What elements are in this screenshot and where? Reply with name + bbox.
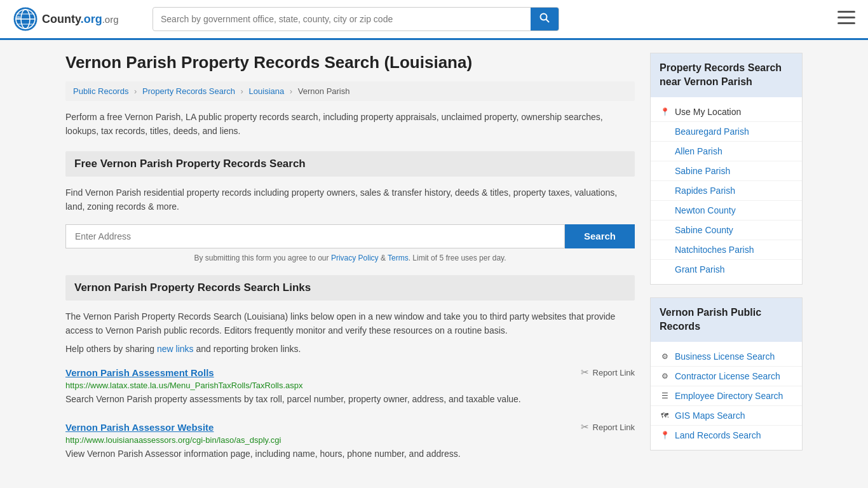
links-section-desc: The Vernon Parish Property Records Searc…	[65, 309, 635, 338]
record-title-row-1: Vernon Parish Assessment Rolls ✂ Report …	[65, 367, 635, 378]
list-icon: ☰	[660, 391, 670, 400]
gear-icon-1: ⚙	[660, 352, 670, 361]
contractor-license-search-link[interactable]: ⚙ Contractor License Search	[651, 367, 802, 386]
breadcrumb-property-records-search[interactable]: Property Records Search	[142, 86, 235, 96]
nearby-box: Property Records Search near Vernon Pari…	[650, 53, 803, 285]
breadcrumb-public-records[interactable]: Public Records	[73, 86, 128, 96]
business-license-label: Business License Search	[675, 351, 775, 362]
record-url-2: http://www.louisianaassessors.org/cgi-bi…	[65, 435, 635, 445]
breadcrumb-sep-3: ›	[290, 86, 292, 96]
record-title-2[interactable]: Vernon Parish Assessor Website	[65, 422, 214, 433]
address-input[interactable]	[65, 224, 565, 248]
free-search-desc: Find Vernon Parish residential property …	[65, 186, 635, 214]
global-search-bar	[153, 7, 559, 31]
nearby-heading: Property Records Search near Vernon Pari…	[651, 53, 802, 97]
gis-maps-label: GIS Maps Search	[675, 410, 745, 421]
nearby-natchitoches-parish[interactable]: Natchitoches Parish	[651, 240, 802, 260]
svg-rect-11	[837, 22, 855, 24]
report-link-2[interactable]: ✂ Report Link	[581, 421, 635, 433]
record-entry-1: Vernon Parish Assessment Rolls ✂ Report …	[65, 367, 635, 406]
privacy-policy-link[interactable]: Privacy Policy	[331, 254, 379, 262]
svg-rect-10	[837, 17, 855, 18]
site-header: County.org.org	[0, 0, 868, 40]
land-records-label: Land Records Search	[675, 430, 761, 440]
svg-point-7	[541, 14, 547, 20]
nearby-sabine-county[interactable]: Sabine County	[651, 220, 802, 240]
land-icon: 📍	[660, 431, 670, 440]
land-records-search-link[interactable]: 📍 Land Records Search	[651, 426, 802, 445]
nearby-label-5: Newton County	[675, 205, 736, 215]
svg-point-6	[17, 16, 20, 20]
content-area: Vernon Parish Property Records Search (L…	[65, 53, 635, 476]
nearby-label-6: Sabine County	[675, 225, 733, 235]
global-search-button[interactable]	[531, 8, 559, 30]
svg-line-8	[546, 20, 550, 23]
nearby-label-1: Beauregard Parish	[675, 126, 749, 137]
location-pin-icon: 📍	[660, 107, 670, 116]
breadcrumb-sep-2: ›	[241, 86, 243, 96]
public-records-content: ⚙ Business License Search ⚙ Contractor L…	[651, 342, 802, 450]
nearby-newton-county[interactable]: Newton County	[651, 201, 802, 220]
global-search-input[interactable]	[153, 9, 531, 29]
record-desc-1: Search Vernon Parish property assessment…	[65, 393, 635, 406]
svg-rect-9	[837, 11, 855, 13]
nearby-label-7: Natchitoches Parish	[675, 245, 754, 255]
form-disclaimer: By submitting this form you agree to our…	[65, 254, 635, 262]
record-title-1[interactable]: Vernon Parish Assessment Rolls	[65, 367, 214, 378]
record-entry-2: Vernon Parish Assessor Website ✂ Report …	[65, 421, 635, 461]
record-url-1: https://www.latax.state.la.us/Menu_Paris…	[65, 381, 635, 390]
breadcrumb-louisiana[interactable]: Louisiana	[249, 86, 285, 96]
nearby-allen-parish[interactable]: Allen Parish	[651, 142, 802, 161]
breadcrumb-current: Vernon Parish	[298, 86, 350, 96]
breadcrumb: Public Records › Property Records Search…	[65, 81, 635, 101]
nearby-content: 📍 Use My Location Beauregard Parish Alle…	[651, 97, 802, 284]
employee-directory-search-link[interactable]: ☰ Employee Directory Search	[651, 386, 802, 406]
search-button[interactable]: Search	[565, 224, 635, 248]
map-icon: 🗺	[660, 411, 670, 420]
address-form: Search	[65, 224, 635, 248]
terms-link[interactable]: Terms	[388, 254, 409, 262]
business-license-search-link[interactable]: ⚙ Business License Search	[651, 347, 802, 367]
share-links-text: Help others by sharing new links and rep…	[65, 344, 635, 354]
main-container: Vernon Parish Property Records Search (L…	[53, 53, 815, 476]
report-link-1[interactable]: ✂ Report Link	[581, 367, 635, 378]
report-icon-1: ✂	[581, 367, 589, 378]
sidebar: Property Records Search near Vernon Pari…	[650, 53, 803, 476]
use-my-location-label: Use My Location	[675, 107, 741, 117]
report-link-label-2: Report Link	[593, 423, 635, 432]
nearby-grant-parish[interactable]: Grant Parish	[651, 260, 802, 279]
nearby-label-4: Rapides Parish	[675, 186, 735, 196]
gear-icon-2: ⚙	[660, 372, 670, 381]
page-title: Vernon Parish Property Records Search (L…	[65, 53, 635, 72]
logo-text: County.org.org	[42, 13, 119, 26]
use-my-location-link[interactable]: 📍 Use My Location	[651, 102, 802, 122]
nearby-label-2: Allen Parish	[675, 146, 722, 156]
intro-text: Perform a free Vernon Parish, LA public …	[65, 110, 635, 139]
logo-area: County.org.org	[13, 6, 140, 32]
record-title-row-2: Vernon Parish Assessor Website ✂ Report …	[65, 421, 635, 433]
hamburger-menu-icon[interactable]	[837, 11, 855, 27]
gis-maps-search-link[interactable]: 🗺 GIS Maps Search	[651, 406, 802, 426]
nearby-label-3: Sabine Parish	[675, 166, 730, 176]
nearby-sabine-parish[interactable]: Sabine Parish	[651, 161, 802, 181]
record-desc-2: View Vernon Parish Assessor information …	[65, 447, 635, 461]
new-links-link[interactable]: new links	[157, 344, 194, 354]
public-records-box: Vernon Parish Public Records ⚙ Business …	[650, 297, 803, 451]
breadcrumb-sep-1: ›	[134, 86, 137, 96]
nearby-label-8: Grant Parish	[675, 264, 725, 274]
contractor-license-label: Contractor License Search	[675, 371, 780, 381]
links-section-heading: Vernon Parish Property Records Search Li…	[65, 275, 635, 301]
employee-directory-label: Employee Directory Search	[675, 391, 783, 401]
nearby-beauregard-parish[interactable]: Beauregard Parish	[651, 122, 802, 142]
site-logo-icon	[13, 6, 38, 32]
free-search-heading: Free Vernon Parish Property Records Sear…	[65, 151, 635, 177]
nearby-rapides-parish[interactable]: Rapides Parish	[651, 181, 802, 201]
report-icon-2: ✂	[581, 421, 589, 433]
report-link-label-1: Report Link	[593, 368, 635, 377]
public-records-heading: Vernon Parish Public Records	[651, 298, 802, 342]
